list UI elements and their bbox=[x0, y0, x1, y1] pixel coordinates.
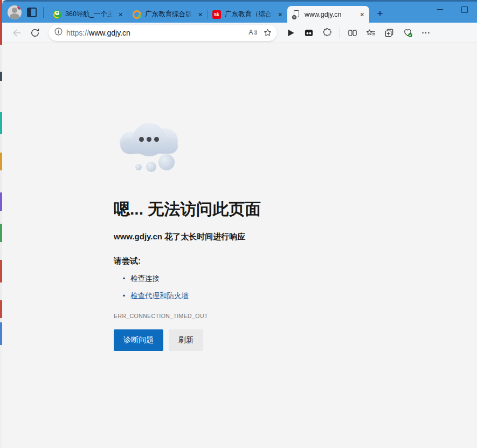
browser-toolbar: https://www.gdjy.cn A bbox=[2, 23, 477, 43]
red-5k-favicon-icon: 5k bbox=[212, 10, 221, 19]
new-tab-button[interactable]: + bbox=[372, 6, 388, 20]
suggestion-check-connection: • 检查连接 bbox=[114, 274, 345, 284]
collections-icon[interactable] bbox=[381, 25, 397, 41]
favorite-star-icon[interactable] bbox=[260, 26, 275, 40]
proxy-firewall-link[interactable]: 检查代理和防火墙 bbox=[130, 291, 189, 301]
suggestion-check-proxy-firewall: • 检查代理和防火墙 bbox=[114, 291, 345, 301]
error-page-block: 嗯... 无法访问此页面 www.gdjy.cn 花了太长时间进行响应 请尝试:… bbox=[114, 43, 345, 351]
suggestion-text: 检查连接 bbox=[130, 274, 160, 284]
address-bar[interactable]: https://www.gdjy.cn A bbox=[49, 25, 277, 41]
cloud-error-illustration bbox=[120, 123, 184, 178]
diagnose-button[interactable]: 诊断问题 bbox=[114, 329, 163, 351]
minimize-button[interactable] bbox=[427, 2, 452, 18]
suggestion-list: • 检查连接 • 检查代理和防火墙 bbox=[114, 274, 345, 301]
read-aloud-icon[interactable]: A bbox=[245, 26, 260, 40]
svg-text:A: A bbox=[248, 29, 253, 36]
tab-strip: 360导航_一个主页 × 广东教育综合版 × 5k 广东教育（综合版 × × w… bbox=[48, 2, 388, 23]
browser-essentials-icon[interactable] bbox=[399, 25, 416, 41]
browser-window: 360导航_一个主页 × 广东教育综合版 × 5k 广东教育（综合版 × × w… bbox=[2, 0, 477, 448]
titlebar-left-group bbox=[2, 2, 48, 23]
tab-close-icon[interactable]: × bbox=[117, 10, 125, 19]
error-actions: 诊断问题 刷新 bbox=[114, 329, 345, 351]
split-screen-icon[interactable] bbox=[344, 25, 361, 41]
tab-close-icon[interactable]: × bbox=[276, 10, 284, 19]
try-label: 请尝试: bbox=[114, 256, 345, 266]
refresh-page-button[interactable]: 刷新 bbox=[169, 329, 203, 351]
error-subtitle: www.gdjy.cn 花了太长时间进行响应 bbox=[114, 232, 345, 242]
tab-close-icon[interactable]: × bbox=[358, 10, 366, 19]
window-controls bbox=[427, 2, 477, 18]
extensions-puzzle-icon[interactable] bbox=[319, 25, 335, 41]
tab-close-icon[interactable]: × bbox=[197, 10, 204, 19]
tab-actions-icon[interactable] bbox=[27, 8, 37, 17]
tab-gd-education[interactable]: 5k 广东教育（综合版 × bbox=[208, 6, 287, 23]
page-content: 嗯... 无法访问此页面 www.gdjy.cn 花了太长时间进行响应 请尝试:… bbox=[2, 43, 477, 447]
orange-ring-favicon-icon bbox=[133, 10, 141, 19]
maximize-button[interactable] bbox=[452, 2, 477, 18]
refresh-button[interactable] bbox=[27, 25, 43, 41]
avatar-head bbox=[12, 8, 17, 13]
back-button[interactable] bbox=[9, 25, 25, 41]
bullet-dot: • bbox=[123, 292, 130, 300]
error-page-favicon-icon: × bbox=[292, 10, 301, 19]
tab-gdjy-active[interactable]: × www.gdjy.cn × bbox=[287, 6, 369, 23]
tab-title: 广东教育（综合版 bbox=[225, 10, 273, 19]
tab-title: www.gdjy.cn bbox=[305, 11, 355, 18]
titlebar-divider bbox=[43, 7, 44, 18]
tab-title: 360导航_一个主页 bbox=[65, 10, 113, 19]
tab-gd-education-portal[interactable]: 广东教育综合版 × bbox=[128, 6, 208, 23]
url-scheme: https:// bbox=[66, 29, 89, 37]
360-favicon-icon bbox=[53, 10, 61, 19]
toolbar-divider bbox=[340, 27, 340, 38]
url-host: www.gdjy.cn bbox=[89, 29, 130, 37]
site-info-icon[interactable] bbox=[54, 27, 63, 38]
notification-dot bbox=[17, 5, 22, 10]
eyes-extension-icon[interactable] bbox=[301, 25, 317, 41]
avatar-body bbox=[10, 13, 19, 19]
tab-360-nav[interactable]: 360导航_一个主页 × bbox=[48, 6, 128, 23]
error-title: 嗯... 无法访问此页面 bbox=[114, 198, 345, 220]
url-text[interactable]: https://www.gdjy.cn bbox=[66, 29, 245, 37]
error-code: ERR_CONNECTION_TIMED_OUT bbox=[114, 313, 345, 319]
favorites-hub-icon[interactable] bbox=[363, 25, 379, 41]
tab-title: 广东教育综合版 bbox=[145, 10, 193, 19]
settings-menu-icon[interactable] bbox=[418, 25, 434, 41]
play-extension-icon[interactable] bbox=[282, 25, 299, 41]
bullet-dot: • bbox=[123, 275, 130, 282]
browser-titlebar: 360导航_一个主页 × 广东教育综合版 × 5k 广东教育（综合版 × × w… bbox=[2, 2, 477, 23]
profile-avatar[interactable] bbox=[8, 5, 22, 19]
